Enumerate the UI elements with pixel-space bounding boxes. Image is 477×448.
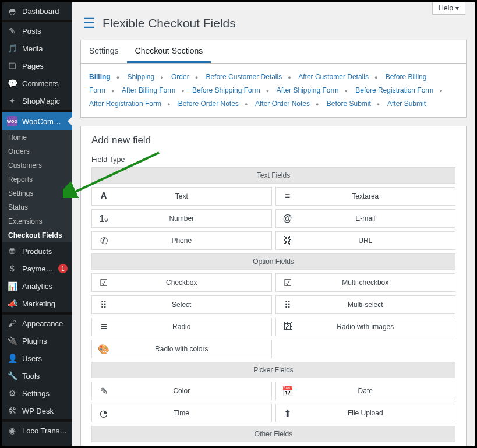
field-label: Checkbox	[115, 278, 248, 287]
sidebar-item-shopmagic[interactable]: ✦ShopMagic	[2, 92, 72, 110]
field-file-upload[interactable]: ⬆File Upload	[275, 404, 456, 422]
sidebar-item-label: Dashboard	[22, 7, 68, 16]
section-link[interactable]: Before Shipping Form	[192, 86, 260, 94]
section-link[interactable]: Before Submit	[327, 100, 371, 108]
main-content: Help▾ ☰ Flexible Checkout Fields Setting…	[72, 2, 475, 446]
field-label: Number	[115, 214, 248, 223]
sidebar-item-label: Media	[22, 44, 68, 53]
section-link-billing[interactable]: Billing	[89, 73, 111, 81]
sidebar-item-tools[interactable]: 🔧Tools	[2, 367, 72, 384]
section-link[interactable]: After Order Notes	[255, 100, 310, 108]
section-link[interactable]: Before Customer Details	[206, 73, 282, 81]
multi-select-icon: ⠿	[276, 299, 299, 311]
field-time[interactable]: ◔Time	[91, 404, 272, 422]
dashboard-icon: ◓	[7, 6, 17, 16]
section-link[interactable]: After Submit	[387, 100, 426, 108]
field-url[interactable]: ⛓URL	[275, 231, 456, 250]
sidebar-item-appearance[interactable]: 🖌Appearance	[2, 315, 72, 332]
section-link[interactable]: Before Order Notes	[178, 100, 239, 108]
sidebar-item-comments[interactable]: 💬Comments	[2, 75, 72, 92]
field-label: Phone	[115, 237, 248, 245]
sidebar-submenu: Home Orders Customers Reports Settings S…	[2, 130, 72, 242]
sidebar-item-wpdesk[interactable]: 🛠WP Desk	[2, 402, 72, 419]
submenu-reports[interactable]: Reports	[2, 172, 72, 186]
field-checkbox[interactable]: ☑Checkbox	[91, 273, 272, 292]
field-textarea[interactable]: ≡Textarea	[275, 187, 456, 206]
sidebar-item-label: Payments	[22, 264, 54, 273]
date-icon: 📅	[276, 386, 299, 397]
chevron-down-icon: ▾	[455, 4, 459, 12]
sidebar-item-payments[interactable]: $Payments1	[2, 260, 72, 277]
help-tab[interactable]: Help▾	[432, 2, 465, 15]
sidebar-item-pages[interactable]: ❏Pages	[2, 57, 72, 75]
time-icon: ◔	[92, 408, 115, 419]
group-other-fields: Other Fields	[91, 426, 455, 442]
sidebar-item-label: Posts	[22, 27, 68, 36]
sidebar-item-loco[interactable]: ◉Loco Translate	[2, 422, 72, 439]
field-radio[interactable]: ≣Radio	[91, 318, 272, 336]
field-color[interactable]: ✎Color	[91, 382, 272, 400]
submenu-orders[interactable]: Orders	[2, 144, 72, 158]
section-links: Billing● Shipping● Order● Before Custome…	[81, 64, 466, 117]
field-label: Radio with images	[299, 323, 432, 331]
sidebar-item-plugins[interactable]: 🔌Plugins	[2, 332, 72, 350]
phone-icon: ✆	[92, 235, 115, 246]
field-label: Color	[115, 387, 248, 395]
field-select[interactable]: ⠿Select	[91, 295, 272, 314]
field-multi-select[interactable]: ⠿Multi-select	[275, 295, 456, 314]
radio-colors-icon: 🎨	[92, 344, 115, 355]
sidebar-item-settings[interactable]: ⚙Settings	[2, 384, 72, 402]
field-label: Text	[115, 192, 248, 200]
collapse-menu[interactable]: ◀Collapse menu	[2, 439, 72, 446]
field-label: Time	[115, 409, 248, 417]
sidebar-item-marketing[interactable]: 📣Marketing	[2, 295, 72, 312]
group-option-fields: Option Fields	[91, 253, 455, 270]
sidebar-item-users[interactable]: 👤Users	[2, 350, 72, 367]
update-count-badge: 1	[58, 264, 68, 273]
plugins-icon: 🔌	[7, 336, 17, 345]
section-link[interactable]: Order	[171, 73, 189, 81]
sidebar-item-posts[interactable]: ✎Posts	[2, 22, 72, 40]
group-picker-fields: Picker Fields	[91, 362, 455, 378]
field-text[interactable]: AText	[91, 187, 272, 206]
submenu-customers[interactable]: Customers	[2, 158, 72, 172]
comments-icon: 💬	[7, 79, 17, 88]
checkbox-icon: ☑	[92, 277, 115, 288]
submenu-extensions[interactable]: Extensions	[2, 214, 72, 228]
section-link[interactable]: After Billing Form	[122, 86, 175, 94]
sidebar-item-label: Users	[22, 354, 68, 363]
sidebar-item-dashboard[interactable]: ◓Dashboard	[2, 2, 72, 20]
tab-settings[interactable]: Settings	[81, 40, 127, 63]
submenu-settings[interactable]: Settings	[2, 186, 72, 200]
submenu-checkout-fields[interactable]: Checkout Fields	[2, 228, 72, 242]
sidebar-item-woocommerce[interactable]: woo WooCommerce	[2, 112, 72, 130]
submenu-status[interactable]: Status	[2, 200, 72, 214]
field-label: URL	[299, 237, 432, 245]
field-label: Multi-checkbox	[299, 278, 432, 287]
tabs-card: Settings Checkout Sections Billing● Ship…	[80, 40, 467, 118]
sidebar-item-analytics[interactable]: 📊Analytics	[2, 277, 72, 295]
wpdesk-icon: 🛠	[7, 406, 17, 415]
tab-checkout-sections[interactable]: Checkout Sections	[127, 40, 211, 63]
section-link[interactable]: After Customer Details	[298, 73, 369, 81]
field-multi-checkbox[interactable]: ☑Multi-checkbox	[275, 273, 456, 292]
sidebar-item-media[interactable]: 🎵Media	[2, 40, 72, 57]
field-email[interactable]: @E-mail	[275, 209, 456, 228]
field-radio-colors[interactable]: 🎨Radio with colors	[91, 340, 272, 358]
sidebar-item-label: Collapse menu	[22, 444, 68, 446]
add-field-title: Add new field	[81, 126, 466, 152]
section-link[interactable]: Before Registration Form	[355, 86, 433, 94]
section-link[interactable]: After Shipping Form	[277, 86, 339, 94]
sidebar-item-products[interactable]: ⛃Products	[2, 242, 72, 260]
radio-images-icon: 🖼	[276, 322, 299, 332]
submenu-home[interactable]: Home	[2, 130, 72, 144]
section-link[interactable]: After Registration Form	[89, 100, 161, 108]
field-number[interactable]: 1₉Number	[91, 209, 272, 228]
tools-icon: 🔧	[7, 371, 17, 380]
field-phone[interactable]: ✆Phone	[91, 231, 272, 250]
field-date[interactable]: 📅Date	[275, 382, 456, 400]
section-link[interactable]: Shipping	[127, 73, 154, 81]
shopmagic-icon: ✦	[7, 96, 17, 105]
email-icon: @	[276, 213, 299, 224]
field-radio-images[interactable]: 🖼Radio with images	[275, 318, 456, 336]
